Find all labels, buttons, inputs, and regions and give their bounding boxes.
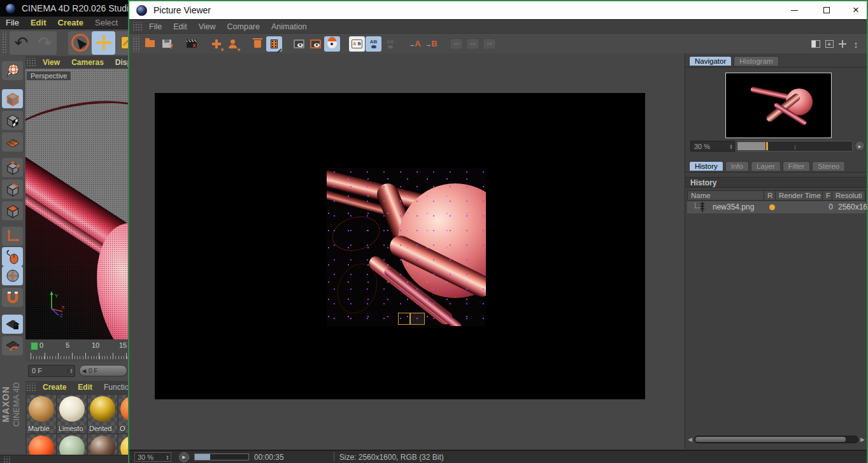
workplane-lock-button[interactable] [2,315,23,334]
col-name[interactable]: Name [688,191,764,200]
spin-down-icon[interactable]: ▼ [70,371,73,373]
ab-compare-button[interactable]: AB [366,36,381,52]
tab-histogram[interactable]: Histogram [734,56,778,66]
c4d-viewport[interactable]: View Cameras Display Y X Z Perspective [25,56,129,339]
bottom-grip[interactable] [3,457,10,463]
move-tool-button[interactable] [92,31,115,55]
panel-horizontal-scrollbar[interactable]: ◀ ▶ [688,434,865,445]
col-resolution[interactable]: Resoluti [832,191,865,200]
show-image-b-button[interactable] [308,36,324,52]
viewport-render-area[interactable]: Y X Z Perspective [25,69,129,339]
enable-snap-button[interactable] [2,288,23,307]
add-panel-button[interactable]: + [823,36,836,52]
pv-toolbar-grip[interactable] [132,36,139,52]
col-f[interactable]: F [823,191,832,200]
split-layout-button[interactable] [809,36,822,52]
make-editable-button[interactable] [2,61,23,80]
redo-button[interactable]: ↷ [33,31,57,55]
viewport-menu-cameras[interactable]: Cameras [66,58,110,67]
show-image-a-button[interactable] [291,36,307,52]
nav-options-button[interactable]: ▶ [855,141,865,151]
tab-filter[interactable]: Filter [783,161,811,171]
pv-menu-animation[interactable]: Animation [266,22,313,31]
viewport-menu-view[interactable]: View [37,58,66,67]
model-mode-button[interactable] [2,89,23,108]
viewport-menu-display[interactable]: Display [110,58,129,67]
material-swatch[interactable] [57,434,87,455]
slider-marker[interactable] [766,142,768,150]
nav-zoom-field[interactable]: 30 % ▲ ▼ [690,141,735,152]
viewport-grip[interactable] [25,58,37,67]
pv-menu-edit[interactable]: Edit [167,22,193,31]
live-selection-button[interactable] [68,31,92,55]
resize-panel-button[interactable]: ↕ [850,36,862,52]
pv-menu-view[interactable]: View [193,22,222,31]
tab-info[interactable]: Info [725,161,749,171]
frame-number-field[interactable]: 0 F ▲ ▼ [28,365,75,377]
edges-mode-button[interactable] [2,180,23,199]
timeline-ruler[interactable]: 0 5 10 15 [25,339,129,362]
pv-menu-grip[interactable] [132,22,143,31]
mat-menu-edit[interactable]: Edit [72,383,98,392]
move-panel-button[interactable] [836,36,849,52]
rendered-image[interactable] [327,167,486,326]
pv-titlebar[interactable]: Picture Viewer × [129,1,867,19]
compare-visibility-button[interactable] [324,36,340,52]
material-swatch[interactable]: Limesto [57,395,87,433]
c4d-menu-create[interactable]: Create [52,18,89,27]
undo-button[interactable]: ↶ [10,31,33,55]
move-image-down-button[interactable]: ▼ [208,36,224,52]
ab-swap-button[interactable]: AB [448,36,464,52]
scroll-right-icon[interactable]: ▶ [860,436,865,443]
col-render-time[interactable]: Render Time [776,191,823,200]
c4d-menu-edit[interactable]: Edit [25,18,52,27]
col-r[interactable]: R [764,191,776,200]
ab-grid-button[interactable]: AB [465,36,481,52]
pv-canvas[interactable] [129,53,685,449]
camera-label[interactable]: Perspective [27,71,71,80]
status-zoom-field[interactable]: 30 % ▲ ▼ [134,452,171,462]
close-button[interactable]: × [842,1,868,19]
set-image-a-button[interactable]: →A [407,36,423,52]
navigator-thumbnail[interactable] [725,73,832,138]
delete-image-button[interactable] [250,36,266,52]
minimize-button[interactable] [780,1,808,19]
save-file-button[interactable]: ? [159,36,174,52]
maximize-button[interactable] [813,1,841,19]
pv-menu-file[interactable]: File [143,22,167,31]
mat-menu-function[interactable]: Function [98,383,129,392]
frame-spinner[interactable]: ▲ ▼ [68,368,75,373]
slider-left-icon[interactable]: ◀ [80,368,89,374]
scroll-left-icon[interactable]: ◀ [688,436,692,443]
material-swatch[interactable] [27,434,56,455]
points-mode-button[interactable] [2,158,23,177]
history-row[interactable]: new354.png 0 2560x16 [687,201,865,213]
texture-mode-button[interactable] [2,111,23,130]
material-swatch[interactable]: Marble [27,395,56,433]
toolbar-grip[interactable] [1,32,8,53]
tab-navigator[interactable]: Navigator [689,56,732,66]
snap-settings-button[interactable]: S [2,266,23,285]
scrollbar-thumb[interactable] [695,437,846,442]
mouse-mode-button[interactable] [2,247,23,266]
material-grip[interactable] [25,383,37,392]
render-video-button[interactable]: x [183,36,199,52]
tab-stereo[interactable]: Stereo [812,161,845,171]
polygons-mode-button[interactable] [2,201,23,220]
axis-mode-button[interactable] [2,227,23,246]
frame-slider[interactable]: ◀ 0 F [79,365,127,376]
c4d-menu-select[interactable]: Select [89,18,124,27]
status-zoom-spinner[interactable]: ▲ ▼ [164,455,171,460]
tab-history[interactable]: History [689,161,723,171]
timeline-playhead[interactable] [31,342,38,350]
set-image-b-button[interactable]: →B [423,36,439,52]
ab-sequence-button[interactable]: AB [481,36,497,52]
scrollbar-track[interactable] [694,436,858,443]
ab-compare-disabled-button[interactable]: AB [382,36,398,52]
workplane-mode-button[interactable] [2,132,23,152]
material-swatch[interactable]: Dented [88,395,117,433]
pv-menu-compare[interactable]: Compare [222,22,266,31]
material-swatch[interactable] [88,434,117,455]
edit-notes-button[interactable] [266,36,282,52]
send-to-author-button[interactable]: ▼ [225,36,241,52]
